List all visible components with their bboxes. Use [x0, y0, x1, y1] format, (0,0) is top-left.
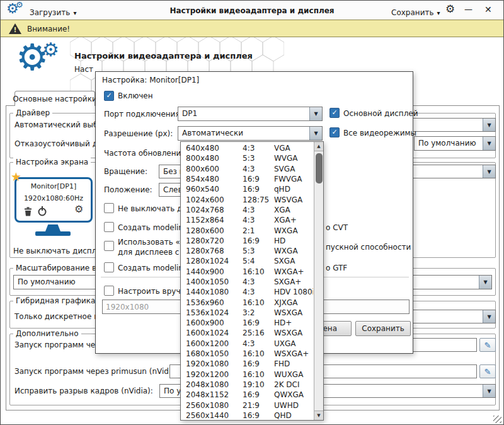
resolution-option[interactable]: 1400x10504:3SXGA+ [181, 277, 313, 287]
page-subtitle-fragment: Наст [74, 65, 93, 74]
resolution-option[interactable]: 1280x7685:3WXGA [181, 246, 313, 256]
svg-text:!: ! [13, 26, 16, 34]
page-title: Настройки видеоадаптера и дисплея [74, 51, 253, 61]
monitor-gear-icon[interactable]: ⚙ [74, 203, 83, 215]
scroll-up-button[interactable]: ▲ [314, 142, 323, 151]
warning-icon: ! [8, 23, 22, 35]
cvt-rb-label-tail: пускной способности [326, 243, 411, 252]
refresh-rate-label: Частота обновления [104, 149, 186, 158]
combo-arrow-icon: ▼ [309, 107, 322, 120]
power-icon[interactable] [37, 206, 47, 216]
extra-row1-label: Запуск программ чер [14, 341, 100, 349]
resolution-option[interactable]: 1024x7684:3XGA [181, 205, 313, 215]
resolution-option[interactable]: 1600x90016:9HD+ [181, 318, 313, 328]
title-bar: ⚙ ⚙ Загрузить ▾ Настройки видеоадаптера … [1, 1, 503, 20]
caret-down-icon: ▾ [73, 9, 76, 16]
resolution-list-scrollbar[interactable]: ▲ ▼ [314, 142, 323, 420]
combo-arrow-icon: ▼ [483, 310, 495, 323]
modeline-gtf-checkbox[interactable] [104, 262, 114, 272]
arrow-down-icon: ▼ [317, 413, 320, 418]
no-poweroff-checkbox[interactable] [104, 203, 114, 213]
enabled-checkbox[interactable]: ✓ [104, 91, 114, 101]
extra-row2-edit-button[interactable]: ✎ [479, 364, 496, 378]
resolution-option[interactable]: 800x4805:3WVGA [181, 153, 313, 163]
resolution-option[interactable]: 640x4804:3VGA [181, 143, 313, 153]
resolution-option[interactable]: 800x6004:3SVGA [181, 164, 313, 174]
resolution-option[interactable]: 2048x108019:102K DCI [181, 380, 313, 390]
resolution-option[interactable]: 2560x108021:9UWHD [181, 400, 313, 410]
driver-auto-label: Автоматический выбо [14, 120, 103, 129]
resolution-option[interactable]: 1440x10804:3HDV 1080i [181, 287, 313, 297]
extra-row3-label: Исправить разрыв кадров (nVidia): [14, 387, 153, 395]
port-label: Порт подключения: [104, 110, 183, 119]
combo-arrow-icon: ▼ [309, 127, 322, 140]
resolution-option[interactable]: 1024x600128:75WSVGA [181, 194, 313, 204]
combo-arrow-icon: ▼ [483, 119, 495, 131]
app-gear-small-icon: ⚙ [16, 0, 23, 9]
screen-group-legend: Настройка экрана [13, 158, 91, 166]
cvt-rb-checkbox[interactable] [104, 241, 114, 251]
resolution-option[interactable]: 1440x90016:10WXGA+ [181, 267, 313, 277]
pencil-icon: ✎ [484, 367, 491, 376]
trash-icon[interactable] [24, 207, 32, 216]
resolution-list-rows: 640x4804:3VGA800x4805:3WVGA800x6004:3SVG… [181, 143, 313, 420]
resolution-option[interactable]: 2048x115216:9QWXGA [181, 390, 313, 400]
save-menu-button[interactable]: Сохранить ▾ [391, 6, 440, 18]
scroll-down-button[interactable]: ▼ [314, 410, 323, 420]
caret-down-icon: ▾ [437, 9, 440, 16]
resolution-option[interactable]: 1152x8644:3XGA+ [181, 215, 313, 225]
dialog-title: Настройка: Monitor[DP1] [102, 76, 199, 84]
tab-main-settings[interactable]: Основные настройки [14, 91, 95, 106]
modeline-gtf-label-tail: о GTF [326, 264, 347, 272]
resolution-option[interactable]: 1280x10245:4SXGA [181, 256, 313, 266]
warning-bar: ! Внимание! [1, 20, 503, 37]
primary-display-checkbox[interactable]: ✓ [329, 108, 340, 118]
resolution-option[interactable]: 1536x10243:2WSXGA [181, 308, 313, 318]
extra-group-legend: Дополнительно [13, 329, 81, 338]
driver-failsafe-label: Отказоустойчивый др [14, 139, 103, 148]
position-label: Положение: [104, 185, 152, 194]
pencil-icon: ✎ [484, 341, 491, 350]
primary-star-icon: ★ [11, 170, 21, 183]
screen-note-fragment: Не выключать диспл [13, 247, 96, 255]
resize-grip[interactable] [493, 416, 501, 423]
all-modes-checkbox[interactable]: ✓ [329, 127, 340, 137]
minimize-button[interactable]: — [464, 4, 472, 14]
close-button[interactable]: ✕ [484, 4, 492, 15]
resolution-option[interactable]: 1920x108016:9FHD [181, 359, 313, 369]
enabled-label: Включен [118, 91, 153, 100]
all-modes-label: Все видеорежимы [343, 129, 416, 137]
manual-checkbox[interactable] [104, 286, 114, 296]
rotation-label: Вращение: [104, 167, 147, 176]
primary-display-label: Основной дисплей [343, 109, 418, 118]
combo-arrow-icon: ▼ [483, 385, 495, 397]
resolution-option[interactable]: 1280x6002:1WXGA [181, 225, 313, 235]
resolution-option[interactable]: 960x54016:9qHD [181, 184, 313, 194]
scroll-thumb[interactable] [316, 153, 323, 183]
combo-arrow-icon: ▼ [483, 165, 495, 178]
resolution-dropdown-list: 640x4804:3VGA800x4805:3WVGA800x6004:3SVG… [180, 141, 324, 421]
resolution-option[interactable]: 854x48016:9FWVGA [181, 174, 313, 184]
resolution-option[interactable]: 1920x120016:10WUXGA [181, 370, 313, 380]
resolution-select[interactable]: Автоматически ▼ [178, 126, 323, 141]
port-select[interactable]: DP1 ▼ [178, 107, 323, 121]
modeline-cvt-checkbox[interactable] [104, 222, 114, 232]
resolution-option[interactable]: 1600x102425:16WSXGA [181, 328, 313, 338]
combo-arrow-icon: ▼ [479, 276, 491, 289]
resolution-option[interactable]: 1280x72016:9HD [181, 236, 313, 246]
logo-gear-small-icon: ⚙ [42, 38, 59, 61]
resolution-option[interactable]: 2560x144016:9QHD [181, 410, 313, 420]
extra-row1-edit-button[interactable]: ✎ [479, 338, 496, 352]
monitor-widget[interactable]: Monitor[DP1] 1920x1080:60Hz ⚙ [14, 177, 93, 223]
driver-failsafe-select[interactable]: По умолчанию ▼ [414, 136, 496, 151]
load-button[interactable]: Загрузить ▾ [30, 6, 76, 18]
monitor-stand-base [35, 231, 71, 236]
combo-arrow-icon: ▼ [483, 137, 495, 150]
resolution-option[interactable]: 1600x12004:3UXGA [181, 339, 313, 349]
driver-group-legend: Драйвер [13, 108, 52, 117]
save-button[interactable]: Сохранить [355, 321, 411, 336]
resolution-option[interactable]: 1680x105016:10WSXGA+ [181, 349, 313, 359]
settings-gear-icon[interactable]: ⚙ [445, 3, 455, 15]
arrow-up-icon: ▲ [317, 144, 320, 149]
resolution-option[interactable]: 1536x96016:10XJXGA [181, 297, 313, 307]
